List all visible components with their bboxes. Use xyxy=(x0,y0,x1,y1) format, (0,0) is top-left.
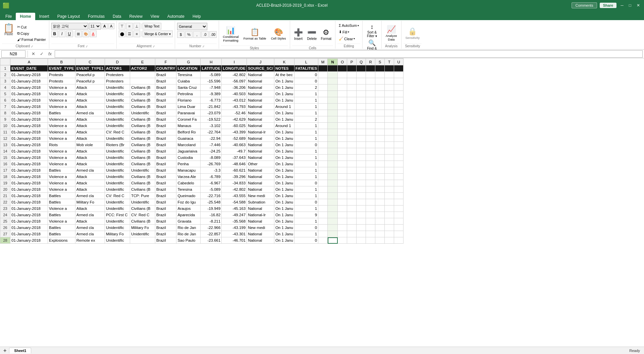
cell-E2[interactable] xyxy=(130,72,155,78)
cell-I20[interactable]: -42.802 xyxy=(222,186,247,193)
cell-N9[interactable] xyxy=(328,116,338,123)
cell-P13[interactable] xyxy=(347,142,357,148)
cell-P23[interactable] xyxy=(347,205,357,212)
cell-C14[interactable]: Attack xyxy=(75,148,105,155)
cell-B25[interactable]: Violence a xyxy=(48,218,75,225)
col-header-L[interactable]: L xyxy=(294,59,318,65)
tab-data[interactable]: Data xyxy=(109,13,125,20)
cell-A12[interactable]: 01-January-2018 xyxy=(10,135,48,142)
cell-B24[interactable]: Battles xyxy=(48,212,75,218)
cell-J23[interactable]: National xyxy=(247,205,274,212)
row-header-16[interactable]: 16 xyxy=(0,161,10,167)
cell-I3[interactable]: -56.097 xyxy=(222,78,247,84)
cell-L28[interactable]: 0 xyxy=(294,237,318,244)
cell-B13[interactable]: Riots xyxy=(48,142,75,148)
cell-F1[interactable]: COUNTRY xyxy=(155,65,176,72)
cell-Q25[interactable] xyxy=(357,218,366,225)
cell-K15[interactable]: On 1 Janu xyxy=(274,155,294,161)
cell-J27[interactable]: National xyxy=(247,231,274,237)
cell-H18[interactable]: -6.789 xyxy=(201,174,222,180)
cell-Q23[interactable] xyxy=(357,205,366,212)
cell-F26[interactable]: Brazil xyxy=(155,225,176,231)
cell-S19[interactable] xyxy=(375,180,385,186)
cell-O16[interactable] xyxy=(338,161,347,167)
cell-N25[interactable] xyxy=(328,218,338,225)
cell-E20[interactable]: Civilians (B xyxy=(130,186,155,193)
cell-D4[interactable]: Unidentific xyxy=(105,84,130,91)
cell-K20[interactable]: On 1 Janu xyxy=(274,186,294,193)
cell-J21[interactable]: New medi xyxy=(247,193,274,199)
cell-S17[interactable] xyxy=(375,167,385,174)
cell-U21[interactable] xyxy=(394,193,404,199)
row-header-23[interactable]: 23 xyxy=(0,205,10,212)
cell-N8[interactable] xyxy=(328,110,338,116)
cell-S14[interactable] xyxy=(375,148,385,155)
cell-I11[interactable]: -43.399 xyxy=(222,129,247,135)
cell-H26[interactable]: -22.966 xyxy=(201,225,222,231)
cell-A6[interactable]: 01-January-2018 xyxy=(10,97,48,104)
cell-R26[interactable] xyxy=(366,225,375,231)
cell-T13[interactable] xyxy=(385,142,394,148)
cell-N11[interactable] xyxy=(328,129,338,135)
cell-G23[interactable]: Araujos xyxy=(176,205,201,212)
cell-S4[interactable] xyxy=(375,84,385,91)
cell-R8[interactable] xyxy=(366,110,375,116)
cell-F20[interactable]: Brazil xyxy=(155,186,176,193)
increase-decimal-button[interactable]: .00 xyxy=(209,31,217,38)
cell-B26[interactable]: Battles xyxy=(48,225,75,231)
cell-G14[interactable]: Jaguariaiva xyxy=(176,148,201,155)
cell-F23[interactable]: Brazil xyxy=(155,205,176,212)
format-painter-button[interactable]: 🖌 Format Painter xyxy=(16,37,47,42)
cell-F6[interactable]: Brazil xyxy=(155,97,176,104)
cell-O2[interactable] xyxy=(338,72,347,78)
cell-G13[interactable]: Marcoland xyxy=(176,142,201,148)
cell-K6[interactable]: On 1 Janu xyxy=(274,97,294,104)
cell-Q10[interactable] xyxy=(357,123,366,129)
cell-D21[interactable]: CV: Red C xyxy=(105,193,130,199)
cell-B9[interactable]: Violence a xyxy=(48,116,75,123)
row-header-22[interactable]: 22 xyxy=(0,199,10,205)
comments-button[interactable]: Comments xyxy=(572,2,597,8)
format-as-table-button[interactable]: 📋 Format as Table xyxy=(242,23,268,46)
cell-B1[interactable]: EVENT_TYPE xyxy=(48,65,75,72)
cell-M27[interactable] xyxy=(318,231,328,237)
cell-L1[interactable]: FATALITIES xyxy=(294,65,318,72)
cell-T6[interactable] xyxy=(385,97,394,104)
cell-I12[interactable]: -52.689 xyxy=(222,135,247,142)
cell-T27[interactable] xyxy=(385,231,394,237)
col-header-H[interactable]: H xyxy=(201,59,222,65)
row-header-25[interactable]: 25 xyxy=(0,218,10,225)
cell-G11[interactable]: Belford Ro xyxy=(176,129,201,135)
cell-K24[interactable]: On 1 Janu xyxy=(274,212,294,218)
cell-O28[interactable] xyxy=(338,237,347,244)
cancel-formula-icon[interactable]: ✕ xyxy=(30,51,37,57)
cell-G16[interactable]: Penha xyxy=(176,161,201,167)
cell-P7[interactable] xyxy=(347,104,357,110)
cell-A20[interactable]: 01-January-2018 xyxy=(10,186,48,193)
number-format-select[interactable]: General xyxy=(177,23,207,30)
cell-O18[interactable] xyxy=(338,174,347,180)
cell-J11[interactable]: National-Ir xyxy=(247,129,274,135)
cell-D28[interactable]: Unidentific xyxy=(105,237,130,244)
cell-F10[interactable]: Brazil xyxy=(155,123,176,129)
cell-I24[interactable]: -49.247 xyxy=(222,212,247,218)
cell-O26[interactable] xyxy=(338,225,347,231)
cell-F21[interactable]: Brazil xyxy=(155,193,176,199)
sensitivity-button[interactable]: 🔒 Sensitivity xyxy=(404,23,422,44)
cell-R19[interactable] xyxy=(366,180,375,186)
cell-B4[interactable]: Violence a xyxy=(48,84,75,91)
cell-O8[interactable] xyxy=(338,110,347,116)
cell-C8[interactable]: Armed cla xyxy=(75,110,105,116)
cell-K5[interactable]: On 1 Janu xyxy=(274,91,294,97)
cell-O1[interactable] xyxy=(338,65,347,72)
cell-Q20[interactable] xyxy=(357,186,366,193)
cell-S15[interactable] xyxy=(375,155,385,161)
cell-L7[interactable]: 1 xyxy=(294,104,318,110)
row-header-11[interactable]: 11 xyxy=(0,129,10,135)
close-icon[interactable]: ✕ xyxy=(635,3,641,8)
cell-F28[interactable]: Brazil xyxy=(155,237,176,244)
cell-K18[interactable]: On 1 Janu xyxy=(274,174,294,180)
cell-M14[interactable] xyxy=(318,148,328,155)
cell-N6[interactable] xyxy=(328,97,338,104)
cell-T8[interactable] xyxy=(385,110,394,116)
